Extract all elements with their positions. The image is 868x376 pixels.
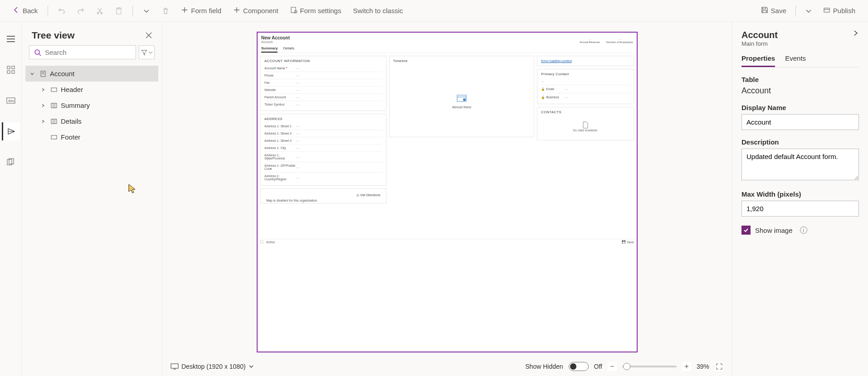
header-field[interactable]: ---Annual Revenue xyxy=(580,38,600,43)
primary-contact-section[interactable]: Primary Contact --- 🔒 Email---🔒 Business… xyxy=(537,69,634,104)
show-hidden-label: Show Hidden xyxy=(525,363,563,370)
form-field[interactable]: Address 1: Country/Region--- xyxy=(264,173,382,183)
undo-button[interactable] xyxy=(54,5,69,17)
canvas-footer: Desktop (1920 x 1080) Show Hidden Off − … xyxy=(162,357,732,376)
svg-point-15 xyxy=(35,50,39,54)
tree-filter-button[interactable] xyxy=(139,45,155,59)
save-dropdown[interactable] xyxy=(801,5,816,17)
svg-rect-20 xyxy=(51,135,57,139)
show-image-label: Show image xyxy=(755,227,793,234)
info-icon[interactable]: i xyxy=(800,227,807,234)
header-field[interactable]: ---Number of Employees xyxy=(606,38,633,43)
zoom-slider[interactable] xyxy=(622,366,677,367)
tree-item-label: Summary xyxy=(61,101,90,109)
add-component-button[interactable]: Component xyxy=(229,4,282,18)
form-field[interactable]: Address 1: Street 3--- xyxy=(264,137,382,145)
timeline-icon xyxy=(456,93,467,102)
show-hidden-toggle[interactable] xyxy=(569,362,589,371)
zoom-out-button[interactable]: − xyxy=(608,362,617,371)
form-field[interactable]: Address 1: State/Province--- xyxy=(264,152,382,162)
chevron-icon xyxy=(41,119,47,124)
add-form-field-button[interactable]: Form field xyxy=(177,4,225,18)
table-value: Account xyxy=(741,86,859,96)
form-field[interactable]: Address 1: Street 1--- xyxy=(264,123,382,130)
props-title: Account xyxy=(741,30,853,40)
form-field[interactable]: Parent Account--- xyxy=(264,94,382,101)
account-info-section[interactable]: ACCOUNT INFORMATION Account Name*---Phon… xyxy=(260,56,386,111)
rail-fields-icon[interactable]: Abc xyxy=(2,92,20,110)
tree-close-button[interactable] xyxy=(146,32,152,39)
get-directions-link[interactable]: ◎ Get Directions xyxy=(264,192,382,199)
chevron-icon xyxy=(41,103,47,108)
redo-button[interactable] xyxy=(73,5,88,17)
table-label: Table xyxy=(741,76,859,83)
timeline-empty-text: Almost there xyxy=(452,105,471,109)
left-rail: Abc xyxy=(0,22,22,376)
show-image-checkbox[interactable] xyxy=(741,226,751,235)
form-field[interactable]: Phone--- xyxy=(264,72,382,79)
save-icon: 💾 xyxy=(622,240,626,244)
delete-button[interactable] xyxy=(158,5,173,17)
check-icon xyxy=(743,227,749,233)
save-icon xyxy=(761,6,768,15)
form-field[interactable]: 🔒 Business--- xyxy=(541,93,630,101)
properties-panel: Account Main form PropertiesEvents Table… xyxy=(732,22,868,376)
map-section[interactable]: ◎ Get Directions Map is disabled for thi… xyxy=(260,188,386,203)
form-preview[interactable]: New Account Account ---Annual Revenue---… xyxy=(257,32,638,352)
form-field[interactable]: Account Name*--- xyxy=(264,65,382,72)
contacts-section[interactable]: CONTACTS No data available. xyxy=(537,107,634,140)
error-card[interactable]: Error loading control xyxy=(537,56,634,66)
rail-libraries-icon[interactable] xyxy=(2,153,20,171)
props-tab-events[interactable]: Events xyxy=(785,54,806,67)
form-field-label: Form field xyxy=(191,7,221,14)
form-settings-icon xyxy=(290,6,297,15)
publish-button[interactable]: Publish xyxy=(819,4,859,18)
paste-dropdown[interactable] xyxy=(139,5,154,17)
search-input[interactable] xyxy=(45,48,131,56)
props-tab-properties[interactable]: Properties xyxy=(741,54,775,67)
props-subtitle: Main form xyxy=(741,40,853,47)
cut-button[interactable] xyxy=(93,5,107,17)
form-field[interactable]: Website--- xyxy=(264,87,382,94)
form-settings-button[interactable]: Form settings xyxy=(287,4,345,18)
description-textarea[interactable] xyxy=(741,149,859,180)
footer-save-label: Save xyxy=(627,241,634,244)
tree-item-footer[interactable]: Footer xyxy=(25,129,158,145)
form-field[interactable]: Ticker Symbol--- xyxy=(264,101,382,108)
tree-item-account[interactable]: Account xyxy=(25,66,158,82)
address-section[interactable]: ADDRESS Address 1: Street 1---Address 1:… xyxy=(260,114,386,186)
svg-rect-8 xyxy=(12,66,15,69)
chevron-icon xyxy=(41,87,47,92)
error-link[interactable]: Error loading control xyxy=(541,59,572,63)
props-collapse-button[interactable] xyxy=(853,30,859,36)
form-field[interactable]: Address 1: ZIP/Postal Code--- xyxy=(264,162,382,173)
tree-item-summary[interactable]: Summary xyxy=(25,97,158,113)
max-width-input[interactable] xyxy=(741,201,859,217)
back-button[interactable]: Back xyxy=(9,4,41,18)
back-arrow-icon xyxy=(13,6,20,15)
timeline-section[interactable]: Timeline Almost there xyxy=(389,56,535,137)
rail-tree-icon[interactable] xyxy=(2,122,20,140)
preview-tab-summary[interactable]: Summary xyxy=(261,46,278,53)
svg-rect-17 xyxy=(51,88,57,92)
zoom-in-button[interactable]: + xyxy=(682,362,691,371)
tree-item-details[interactable]: Details xyxy=(25,113,158,129)
form-field[interactable]: 🔒 Email--- xyxy=(541,85,630,93)
device-selector[interactable]: Desktop (1920 x 1080) xyxy=(171,363,254,370)
preview-tab-details[interactable]: Details xyxy=(283,46,294,53)
paste-button[interactable] xyxy=(112,5,126,17)
form-field[interactable]: Address 1: City--- xyxy=(264,145,382,152)
plus-icon xyxy=(233,6,240,15)
display-name-input[interactable] xyxy=(741,114,859,130)
form-field[interactable]: Fax--- xyxy=(264,79,382,87)
save-button[interactable]: Save xyxy=(757,4,790,18)
tree-search-box[interactable] xyxy=(29,45,136,59)
expand-icon[interactable]: ⛶ xyxy=(260,241,263,244)
switch-classic-button[interactable]: Switch to classic xyxy=(349,4,406,17)
tree-item-header[interactable]: Header xyxy=(25,82,158,97)
rail-components-icon[interactable] xyxy=(2,61,20,79)
separator xyxy=(795,5,796,16)
rail-hamburger[interactable] xyxy=(2,30,20,48)
form-field[interactable]: Address 1: Street 2--- xyxy=(264,130,382,137)
fit-to-screen-button[interactable] xyxy=(715,362,724,371)
